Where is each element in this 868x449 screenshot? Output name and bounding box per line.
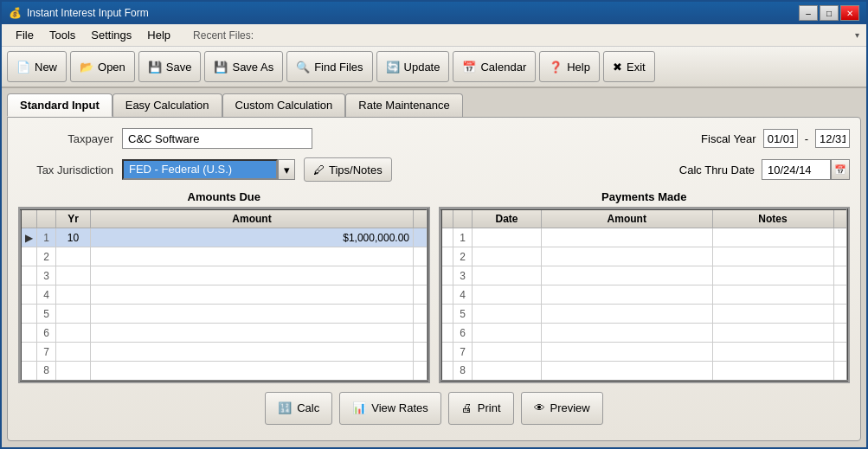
amounts-due-row[interactable]: 4 [21, 285, 428, 305]
menu-tools[interactable]: Tools [42, 27, 82, 43]
row-date[interactable] [473, 285, 542, 305]
row-amount[interactable] [91, 305, 414, 324]
tax-jurisdiction-selected[interactable]: FED - Federal (U.S.) [122, 159, 278, 180]
new-button[interactable]: 📄 New [7, 51, 67, 82]
row-date[interactable] [473, 362, 542, 381]
row-notes[interactable] [712, 343, 833, 362]
row-yr[interactable] [56, 247, 91, 266]
row-number: 8 [453, 362, 473, 381]
payments-made-row[interactable]: 3 [441, 266, 848, 285]
open-button[interactable]: 📂 Open [70, 51, 135, 82]
view-rates-button[interactable]: 📊 View Rates [339, 392, 441, 425]
calc-thru-calendar-button[interactable]: 📅 [831, 159, 850, 180]
row-amount[interactable]: $1,000,000.00 [91, 228, 414, 247]
row-date[interactable] [473, 343, 542, 362]
row-amount[interactable] [542, 247, 713, 266]
row-notes[interactable] [712, 324, 833, 343]
row-date[interactable] [473, 305, 542, 324]
row-amount[interactable] [91, 343, 414, 362]
minimize-button[interactable]: – [799, 5, 818, 21]
menu-settings[interactable]: Settings [84, 27, 138, 43]
payments-made-row[interactable]: 1 [441, 228, 848, 247]
calc-label: Calc [297, 401, 319, 414]
row-amount[interactable] [91, 362, 414, 381]
tax-jurisdiction-label: Tax Jurisdiction [18, 164, 113, 176]
amounts-due-row[interactable]: 5 [21, 305, 428, 324]
row-amount[interactable] [91, 285, 414, 305]
row-amount[interactable] [542, 285, 713, 305]
payments-made-row[interactable]: 8 [441, 362, 848, 381]
close-button[interactable]: ✕ [840, 5, 859, 21]
menu-arrow[interactable]: ▾ [855, 30, 859, 40]
amounts-due-row[interactable]: 3 [21, 266, 428, 285]
amounts-due-row[interactable]: 2 [21, 247, 428, 266]
tab-rate-maintenance[interactable]: Rate Maintenance [345, 93, 463, 117]
menu-file[interactable]: File [9, 27, 41, 43]
calc-button[interactable]: 🔢 Calc [265, 392, 332, 425]
row-notes[interactable] [712, 266, 833, 285]
amounts-row-num-header [37, 209, 56, 228]
fiscal-year-label: Fiscal Year [701, 132, 756, 145]
row-amount[interactable] [542, 228, 713, 247]
help-button[interactable]: ❓ Help [539, 51, 600, 82]
payments-made-row[interactable]: 5 [441, 305, 848, 324]
row-amount[interactable] [542, 305, 713, 324]
row-yr[interactable]: 10 [56, 228, 91, 247]
fiscal-year-start-input[interactable] [763, 129, 798, 148]
row-amount[interactable] [542, 324, 713, 343]
tab-standard-input[interactable]: Standard Input [7, 93, 113, 117]
row-amount[interactable] [542, 266, 713, 285]
row-selected-indicator [21, 362, 37, 381]
row-notes[interactable] [712, 228, 833, 247]
row-amount[interactable] [91, 247, 414, 266]
row-yr[interactable] [56, 362, 91, 381]
menu-help[interactable]: Help [140, 27, 177, 43]
row-notes[interactable] [712, 285, 833, 305]
find-files-button[interactable]: 🔍 Find Files [286, 51, 372, 82]
row-notes[interactable] [712, 305, 833, 324]
row-date[interactable] [473, 228, 542, 247]
row-yr[interactable] [56, 285, 91, 305]
tab-custom-calculation[interactable]: Custom Calculation [222, 93, 346, 117]
row-scroll-spacer [414, 247, 428, 266]
fiscal-year-end-input[interactable] [815, 129, 850, 148]
preview-button[interactable]: 👁 Preview [521, 392, 603, 425]
save-button[interactable]: 💾 Save [138, 51, 202, 82]
row-date[interactable] [473, 266, 542, 285]
amounts-due-row[interactable]: ▶ 1 10 $1,000,000.00 [21, 228, 428, 247]
row-date[interactable] [473, 247, 542, 266]
save-as-button[interactable]: 💾 Save As [204, 51, 283, 82]
row-amount[interactable] [542, 362, 713, 381]
amounts-due-row[interactable]: 8 [21, 362, 428, 381]
maximize-button[interactable]: □ [820, 5, 839, 21]
row-amount[interactable] [91, 266, 414, 285]
taxpayer-input[interactable] [122, 128, 312, 149]
row-yr[interactable] [56, 324, 91, 343]
tab-easy-calculation[interactable]: Easy Calculation [113, 93, 222, 117]
row-notes[interactable] [712, 362, 833, 381]
row-yr[interactable] [56, 266, 91, 285]
row-notes[interactable] [712, 247, 833, 266]
payments-made-title: Payments Made [439, 190, 851, 203]
tips-notes-button[interactable]: 🖊 Tips/Notes [304, 157, 392, 182]
print-button[interactable]: 🖨 Print [448, 392, 514, 425]
row-date[interactable] [473, 324, 542, 343]
update-button[interactable]: 🔄 Update [376, 51, 450, 82]
calendar-button[interactable]: 📅 Calendar [453, 51, 536, 82]
row-number: 4 [37, 285, 56, 305]
amounts-due-row[interactable]: 7 [21, 343, 428, 362]
row-yr[interactable] [56, 305, 91, 324]
row-yr[interactable] [56, 343, 91, 362]
calc-thru-date-input[interactable] [762, 159, 831, 180]
exit-button[interactable]: ✖ Exit [603, 51, 655, 82]
help-icon: ❓ [549, 61, 563, 74]
payments-made-row[interactable]: 4 [441, 285, 848, 305]
row-amount[interactable] [91, 324, 414, 343]
tax-jurisdiction-dropdown-button[interactable]: ▾ [278, 159, 295, 180]
payments-made-row[interactable]: 6 [441, 324, 848, 343]
payments-made-row[interactable]: 7 [441, 343, 848, 362]
row-amount[interactable] [542, 343, 713, 362]
amounts-due-row[interactable]: 6 [21, 324, 428, 343]
find-files-label: Find Files [314, 61, 363, 74]
payments-made-row[interactable]: 2 [441, 247, 848, 266]
